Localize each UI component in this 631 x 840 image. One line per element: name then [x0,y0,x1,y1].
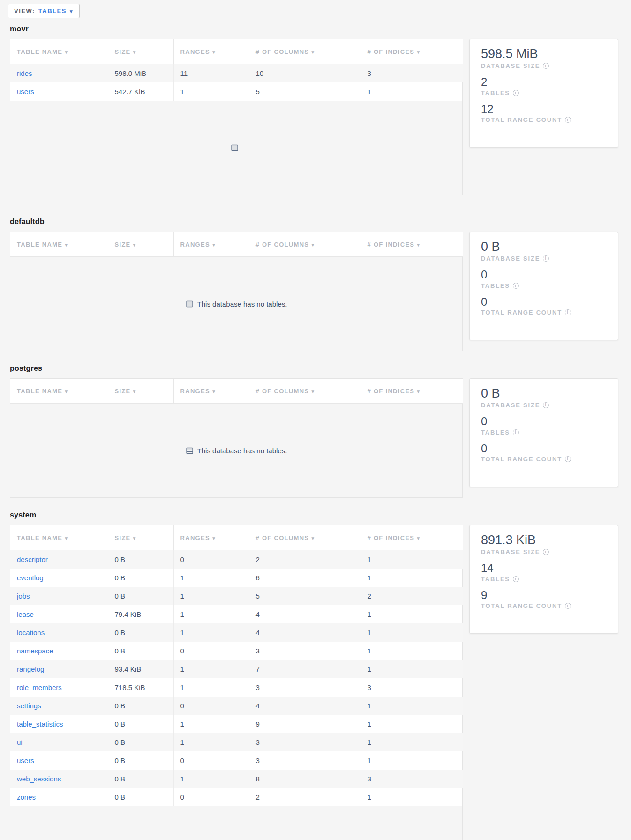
cell-indices: 1 [361,788,463,806]
cell-size: 0 B [108,715,173,733]
info-icon[interactable]: i [543,549,549,555]
column-header-size[interactable]: SIZE▼ [108,232,173,257]
column-header-table-name[interactable]: TABLE NAME▼ [10,379,108,404]
table-name-link[interactable]: lease [17,610,34,618]
column-header-ranges[interactable]: RANGES▼ [173,232,249,257]
column-header--of-indices[interactable]: # OF INDICES▼ [361,232,463,257]
column-header-ranges[interactable]: RANGES▼ [173,39,249,64]
cell-ranges: 1 [173,733,249,751]
column-header--of-indices[interactable]: # OF INDICES▼ [361,525,463,550]
cell-table-name: namespace [10,642,108,660]
view-dropdown[interactable]: VIEW: TABLES ▾ [8,4,80,18]
column-header-label: SIZE [115,534,131,541]
cell-table-name: table_statistics [10,715,108,733]
database-size-label: DATABASE SIZE [481,62,540,69]
cell-size: 79.4 KiB [108,605,173,623]
column-header--of-columns[interactable]: # OF COLUMNS▼ [249,232,361,257]
tables-table: TABLE NAME▼SIZE▼RANGES▼# OF COLUMNS▼# OF… [10,378,463,498]
table-row: lease79.4 KiB141 [10,605,463,623]
info-icon[interactable]: i [543,63,549,69]
column-header-size[interactable]: SIZE▼ [108,39,173,64]
table-name-link[interactable]: descriptor [17,555,48,563]
info-icon[interactable]: i [513,429,519,435]
cell-table-name: settings [10,697,108,715]
table-row: users0 B031 [10,751,463,770]
table-name-link[interactable]: table_statistics [17,720,63,728]
cell-ranges: 1 [173,770,249,788]
table-name-link[interactable]: eventlog [17,574,44,582]
table-name-link[interactable]: users [17,757,34,765]
column-header-label: TABLE NAME [17,241,62,248]
cell-table-name: role_members [10,678,108,697]
cell-table-name: rangelog [10,660,108,678]
info-icon[interactable]: i [565,117,571,123]
info-icon[interactable]: i [513,283,519,289]
column-header-ranges[interactable]: RANGES▼ [173,379,249,404]
sort-caret-icon: ▼ [132,50,137,55]
databases-page: VIEW: TABLES ▾ movr TABLE NAME▼SIZE▼RANG… [0,0,631,840]
table-name-link[interactable]: zones [17,793,36,801]
database-name: defaultdb [10,218,631,226]
range-count-value: 0 [481,442,607,455]
cell-columns: 8 [249,770,361,788]
cell-size: 718.5 KiB [108,678,173,697]
table-name-link[interactable]: locations [17,629,45,637]
column-header--of-indices[interactable]: # OF INDICES▼ [361,39,463,64]
info-icon[interactable]: i [513,576,519,582]
sort-caret-icon: ▼ [211,389,217,394]
column-header--of-columns[interactable]: # OF COLUMNS▼ [249,379,361,404]
column-header-label: TABLE NAME [17,534,62,541]
info-icon[interactable]: i [513,90,519,96]
column-header--of-columns[interactable]: # OF COLUMNS▼ [249,39,361,64]
table-name-link[interactable]: rangelog [17,665,44,673]
cell-ranges: 0 [173,751,249,770]
sort-caret-icon: ▼ [132,536,137,541]
column-header-table-name[interactable]: TABLE NAME▼ [10,232,108,257]
column-header-size[interactable]: SIZE▼ [108,379,173,404]
sort-caret-icon: ▼ [64,536,69,541]
table-name-link[interactable]: namespace [17,647,53,655]
column-header-label: RANGES [180,534,210,541]
cell-indices: 2 [361,587,463,605]
empty-state: This database has no tables. [10,404,462,497]
cell-ranges: 1 [173,605,249,623]
database-size-label: DATABASE SIZE [481,255,540,262]
cell-columns: 5 [249,82,361,101]
table-name-link[interactable]: jobs [17,592,30,600]
table-name-link[interactable]: web_sessions [17,775,61,783]
cell-size: 0 B [108,788,173,806]
column-header-label: RANGES [180,48,210,55]
column-header-ranges[interactable]: RANGES▼ [173,525,249,550]
cell-indices: 1 [361,697,463,715]
info-icon[interactable]: i [565,309,571,315]
table-name-link[interactable]: role_members [17,683,62,691]
column-header-table-name[interactable]: TABLE NAME▼ [10,39,108,64]
table-count-value: 0 [481,415,607,428]
database-name: postgres [10,364,631,373]
table-name-link[interactable]: ui [17,738,23,746]
info-icon[interactable]: i [543,255,549,262]
table-header-row: TABLE NAME▼SIZE▼RANGES▼# OF COLUMNS▼# OF… [10,525,463,550]
table-name-link[interactable]: users [17,88,34,96]
table-row: rangelog93.4 KiB171 [10,660,463,678]
info-icon[interactable]: i [565,603,571,609]
column-header-size[interactable]: SIZE▼ [108,525,173,550]
table-count-label: TABLES [481,90,510,97]
info-icon[interactable]: i [543,402,549,408]
column-header-table-name[interactable]: TABLE NAME▼ [10,525,108,550]
table-name-link[interactable]: rides [17,69,32,77]
table-count-label: TABLES [481,429,510,436]
cell-ranges: 1 [173,678,249,697]
cell-columns: 3 [249,642,361,660]
cell-table-name: descriptor [10,550,108,569]
column-header-label: TABLE NAME [17,388,62,395]
table-name-link[interactable]: settings [17,702,41,710]
column-header--of-indices[interactable]: # OF INDICES▼ [361,379,463,404]
cell-size: 0 B [108,642,173,660]
column-header--of-columns[interactable]: # OF COLUMNS▼ [249,525,361,550]
cell-table-name: ui [10,733,108,751]
cell-size: 0 B [108,770,173,788]
cell-table-name: lease [10,605,108,623]
info-icon[interactable]: i [565,456,571,462]
cell-ranges: 1 [173,660,249,678]
